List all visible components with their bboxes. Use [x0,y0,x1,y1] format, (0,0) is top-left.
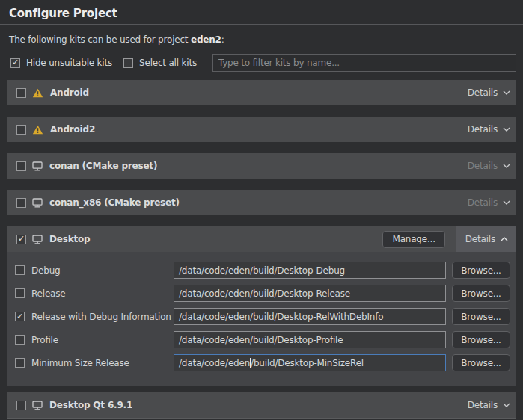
chevron-down-icon [503,403,510,407]
config-label: Profile [31,335,58,345]
kit-name: Android [50,87,89,98]
kit-checkbox[interactable] [16,161,26,171]
config-checkbox[interactable] [15,335,25,345]
browse-button[interactable]: Browse... [452,331,510,348]
page-title: Configure Project [9,7,117,20]
select-all-kits-label: Select all kits [139,58,197,68]
hide-unsuitable-kits-label: Hide unsuitable kits [26,58,112,68]
warning-icon [32,125,43,135]
desktop-icon [32,161,43,171]
kit-checkbox[interactable] [16,198,26,208]
kit-checkbox[interactable] [16,125,26,135]
config-checkbox[interactable] [15,358,25,368]
desktop-icon [32,235,43,244]
details-button[interactable]: Details [468,124,510,135]
config-checkbox[interactable] [15,312,25,321]
config-label: Release [31,288,66,299]
hide-unsuitable-kits-checkbox[interactable] [10,58,20,68]
build-dir-input-focused[interactable]: /data/code/eden/build/Desktop-MinSizeRel [174,354,446,371]
details-button[interactable]: Details [468,197,510,208]
browse-button[interactable]: Browse... [452,285,510,302]
kit-filter-input[interactable] [212,54,516,72]
build-dir-input[interactable]: /data/code/eden/build/Desktop-Profile [174,331,446,348]
hide-unsuitable-kits-checkbox-group[interactable]: Hide unsuitable kits [10,58,112,68]
chevron-down-icon [503,200,510,205]
kit-row-desktop[interactable]: Desktop Manage... Details [7,226,516,252]
kit-row-conan[interactable]: conan (CMake preset) Details [7,153,516,179]
details-label: Details [468,87,498,98]
details-label: Details [465,234,495,244]
browse-button[interactable]: Browse... [452,262,510,279]
details-label: Details [468,161,498,171]
details-button[interactable]: Details [468,87,510,98]
kit-checkbox[interactable] [16,88,26,98]
kit-checkbox[interactable] [16,401,26,410]
chevron-down-icon [503,127,510,132]
kit-name: Desktop Qt 6.9.1 [49,400,132,410]
details-button[interactable]: Details [468,400,510,410]
details-label: Details [468,400,498,410]
chevron-down-icon [503,164,510,168]
kit-row-conan-x86[interactable]: conan_x86 (CMake preset) Details [7,190,516,215]
kit-name: Desktop [49,234,90,244]
intro-text-after: : [221,34,224,45]
kit-checkbox[interactable] [16,235,26,244]
kit-row-android[interactable]: Android Details [7,80,516,105]
details-label: Details [468,197,498,208]
details-button[interactable]: Details [456,226,516,252]
path-after-cursor: /build/Desktop-MinSizeRel [251,358,364,368]
config-label: Release with Debug Information [31,312,171,322]
build-dir-input[interactable]: /data/code/eden/build/Desktop-Debug [174,262,446,279]
kit-list: Android Details Android2 Details [7,80,516,418]
kit-row-android2[interactable]: Android2 Details [7,117,516,142]
details-button[interactable]: Details [468,161,510,171]
desktop-icon [32,401,43,410]
build-dir-input[interactable]: /data/code/eden/build/Desktop-Release [174,285,446,302]
config-row-profile: Profile /data/code/eden/build/Desktop-Pr… [13,331,510,348]
page-header: Configure Project [0,0,523,25]
intro-text-before: The following kits can be used for proje… [9,34,191,45]
details-label: Details [468,124,498,135]
chevron-up-icon [501,237,508,241]
desktop-build-configs-panel: Debug /data/code/eden/build/Desktop-Debu… [7,252,516,386]
browse-button[interactable]: Browse... [452,354,510,371]
select-all-kits-checkbox[interactable] [123,58,133,68]
next-row-clipped-edge [7,418,516,419]
manage-button[interactable]: Manage... [382,231,444,248]
config-checkbox[interactable] [15,288,25,298]
path-before-cursor: /data/code/eden [179,358,250,368]
warning-icon [32,88,43,98]
details-toggle[interactable]: Details [465,234,508,244]
kit-name: conan_x86 (CMake preset) [49,197,180,208]
config-row-release: Release /data/code/eden/build/Desktop-Re… [13,285,510,302]
config-label: Minimum Size Release [31,358,129,368]
kit-filter-controls: Hide unsuitable kits Select all kits [10,54,516,72]
desktop-icon [32,198,43,208]
chevron-down-icon [503,90,510,95]
kit-row-desktop-qt[interactable]: Desktop Qt 6.9.1 Details [7,392,516,418]
config-row-minsizerel: Minimum Size Release /data/code/eden/bui… [13,354,510,371]
kit-section-desktop: Desktop Manage... Details Debug /data/co… [7,226,516,386]
config-label: Debug [31,265,60,276]
intro-text: The following kits can be used for proje… [9,34,514,46]
config-row-debug: Debug /data/code/eden/build/Desktop-Debu… [13,262,510,279]
config-checkbox[interactable] [15,265,25,275]
config-row-relwithdebinfo: Release with Debug Information /data/cod… [13,308,510,325]
select-all-kits-checkbox-group[interactable]: Select all kits [123,58,197,68]
build-dir-input[interactable]: /data/code/eden/build/Desktop-RelWithDeb… [174,308,446,325]
kit-name: Android2 [50,124,95,135]
kit-name: conan (CMake preset) [49,161,157,171]
browse-button[interactable]: Browse... [452,308,510,325]
project-name: eden2 [191,34,221,45]
